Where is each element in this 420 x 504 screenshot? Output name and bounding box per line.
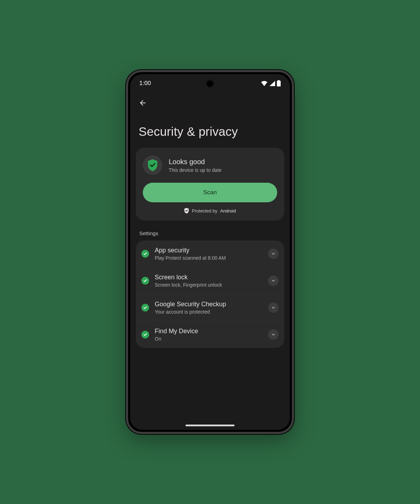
status-header: Looks good This device is up to date bbox=[143, 155, 277, 175]
shield-small-icon bbox=[184, 208, 189, 214]
section-label: Settings bbox=[130, 227, 290, 240]
protected-os: Android bbox=[220, 208, 236, 214]
row-google-security-checkup[interactable]: Google Security Checkup Your account is … bbox=[136, 294, 284, 321]
settings-list: App security Play Protect scanned at 8:0… bbox=[136, 240, 284, 348]
protected-prefix: Protected by bbox=[192, 208, 217, 214]
expand-button[interactable] bbox=[268, 275, 279, 286]
status-ok-icon bbox=[141, 277, 149, 285]
status-ok-icon bbox=[141, 250, 149, 258]
front-camera bbox=[207, 80, 213, 87]
status-subtitle: This device is up to date bbox=[169, 167, 222, 173]
row-title: Find My Device bbox=[155, 328, 262, 335]
status-title: Looks good bbox=[169, 158, 222, 166]
chevron-down-icon bbox=[271, 305, 276, 310]
chevron-down-icon bbox=[271, 251, 276, 256]
protected-by: Protected by Android bbox=[143, 208, 277, 214]
check-icon bbox=[143, 306, 147, 310]
back-button[interactable] bbox=[137, 97, 148, 108]
check-icon bbox=[143, 332, 147, 337]
row-subtitle: Your account is protected bbox=[155, 309, 262, 315]
expand-button[interactable] bbox=[268, 248, 279, 259]
scan-button[interactable]: Scan bbox=[143, 183, 277, 202]
shield-check-icon bbox=[147, 159, 158, 171]
power-button bbox=[293, 181, 294, 219]
row-screen-lock[interactable]: Screen lock Screen lock, Fingerprint unl… bbox=[136, 267, 284, 294]
row-subtitle: On bbox=[155, 336, 262, 342]
content: Security & privacy Looks good This devic… bbox=[130, 74, 290, 430]
row-find-my-device[interactable]: Find My Device On bbox=[136, 321, 284, 348]
chevron-down-icon bbox=[271, 332, 276, 337]
status-ok-icon bbox=[141, 331, 149, 338]
phone-frame: 1:00 Security & privacy bbox=[126, 70, 294, 434]
row-labels: Find My Device On bbox=[155, 328, 262, 342]
screen: 1:00 Security & privacy bbox=[130, 74, 290, 430]
status-text: Looks good This device is up to date bbox=[169, 158, 222, 173]
status-ok-icon bbox=[141, 304, 149, 312]
arrow-left-icon bbox=[139, 99, 147, 107]
row-labels: Screen lock Screen lock, Fingerprint unl… bbox=[155, 274, 262, 288]
row-title: Google Security Checkup bbox=[155, 301, 262, 308]
chevron-down-icon bbox=[271, 278, 276, 283]
security-status-card: Looks good This device is up to date Sca… bbox=[136, 148, 284, 220]
row-title: Screen lock bbox=[155, 274, 262, 281]
row-app-security[interactable]: App security Play Protect scanned at 8:0… bbox=[136, 240, 284, 267]
expand-button[interactable] bbox=[268, 329, 279, 340]
app-bar bbox=[130, 92, 290, 111]
page-title: Security & privacy bbox=[130, 111, 290, 148]
check-icon bbox=[143, 279, 147, 283]
row-labels: Google Security Checkup Your account is … bbox=[155, 301, 262, 315]
row-subtitle: Screen lock, Fingerprint unlock bbox=[155, 282, 262, 288]
expand-button[interactable] bbox=[268, 302, 279, 313]
home-indicator[interactable] bbox=[186, 425, 234, 426]
row-labels: App security Play Protect scanned at 8:0… bbox=[155, 247, 262, 261]
row-subtitle: Play Protect scanned at 8:00 AM bbox=[155, 255, 262, 261]
check-icon bbox=[143, 252, 147, 256]
shield-badge bbox=[143, 155, 162, 175]
row-title: App security bbox=[155, 247, 262, 254]
